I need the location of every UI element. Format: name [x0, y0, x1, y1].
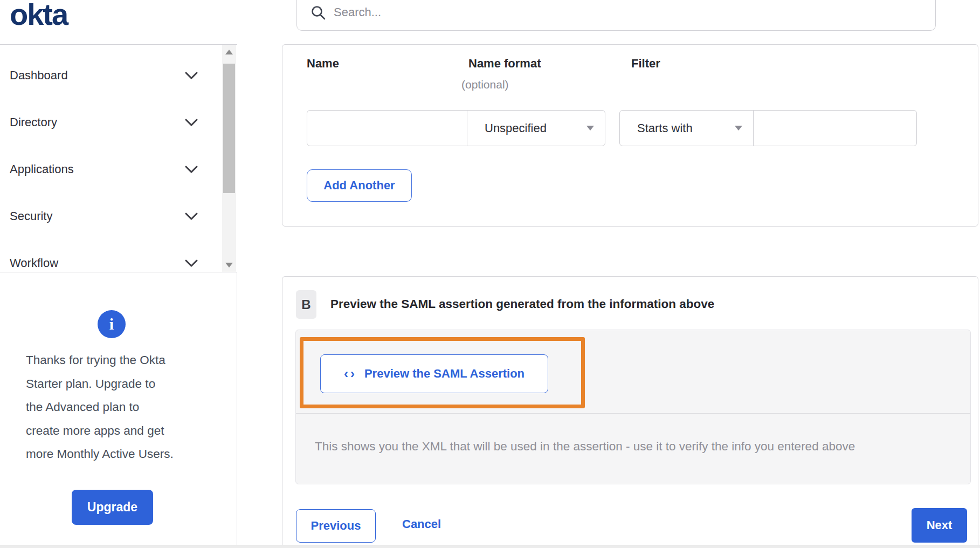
next-button[interactable]: Next	[912, 508, 967, 543]
sidebar-item-applications[interactable]: Applications	[0, 146, 237, 193]
sidebar-item-label: Directory	[10, 115, 57, 129]
dropdown-caret-icon	[735, 126, 742, 131]
search-icon	[310, 4, 326, 20]
okta-logo[interactable]: okta	[10, 0, 67, 32]
sidebar-item-label: Workflow	[10, 256, 58, 270]
upgrade-message-line: create more apps and get	[26, 419, 215, 443]
name-format-select[interactable]: Unspecified	[467, 110, 605, 146]
filter-operator-selected-value: Starts with	[637, 121, 693, 135]
chevron-down-icon	[184, 71, 198, 80]
upgrade-message: Thanks for trying the Okta Starter plan.…	[26, 348, 215, 466]
chevron-down-icon	[184, 212, 198, 221]
search-input[interactable]	[334, 5, 900, 19]
saml-preview-card: B Preview the SAML assertion generated f…	[282, 276, 978, 548]
step-b-badge: B	[296, 290, 316, 319]
chevron-down-icon	[184, 165, 198, 174]
info-icon: i	[98, 310, 126, 338]
sidebar-item-label: Applications	[10, 162, 74, 176]
sidebar-item-workflow[interactable]: Workflow	[0, 239, 237, 286]
panel-divider	[296, 413, 970, 414]
scroll-down-icon[interactable]	[222, 259, 236, 271]
chevron-down-icon	[184, 259, 198, 268]
sidebar-nav: Dashboard Directory Applications Securit…	[0, 44, 237, 272]
preview-helper-text: This shows you the XML that will be used…	[315, 440, 956, 454]
chevron-down-icon	[184, 118, 198, 127]
filter-value-input[interactable]	[753, 110, 917, 146]
previous-button[interactable]: Previous	[296, 509, 376, 543]
sidebar-item-directory[interactable]: Directory	[0, 99, 237, 146]
filter-column-label: Filter	[631, 57, 660, 71]
upgrade-message-line: more Monthly Active Users.	[26, 442, 215, 466]
sidebar-item-dashboard[interactable]: Dashboard	[0, 52, 237, 99]
optional-note: (optional)	[461, 78, 509, 91]
scroll-up-icon[interactable]	[222, 46, 236, 58]
upgrade-message-line: Thanks for trying the Okta	[26, 348, 215, 372]
name-format-selected-value: Unspecified	[485, 121, 547, 135]
preview-section-title: Preview the SAML assertion generated fro…	[330, 297, 714, 311]
sidebar-item-label: Security	[10, 209, 52, 223]
highlight-annotation-box	[300, 337, 585, 408]
upgrade-message-line: Starter plan. Upgrade to	[26, 372, 215, 396]
sidebar-scrollbar[interactable]	[222, 45, 236, 272]
name-column-label: Name	[307, 57, 339, 71]
upgrade-button[interactable]: Upgrade	[72, 490, 153, 525]
add-another-button[interactable]: Add Another	[307, 169, 412, 202]
upgrade-message-line: the Advanced plan to	[26, 395, 215, 419]
attribute-statements-card: Name Name format (optional) Filter Unspe…	[282, 44, 978, 227]
dropdown-caret-icon	[586, 126, 594, 131]
sidebar-item-label: Dashboard	[10, 68, 68, 83]
sidebar-item-security[interactable]: Security	[0, 193, 237, 239]
preview-panel: ‹› Preview the SAML Assertion This shows…	[295, 330, 971, 484]
cancel-link[interactable]: Cancel	[402, 517, 441, 531]
attribute-name-input[interactable]	[307, 110, 467, 146]
global-search[interactable]	[296, 0, 936, 31]
top-header: okta	[0, 0, 980, 44]
scrollbar-thumb[interactable]	[223, 64, 235, 193]
name-format-column-label: Name format	[468, 57, 541, 71]
filter-operator-select[interactable]: Starts with	[619, 110, 754, 146]
viewport-bottom-edge	[0, 545, 980, 548]
